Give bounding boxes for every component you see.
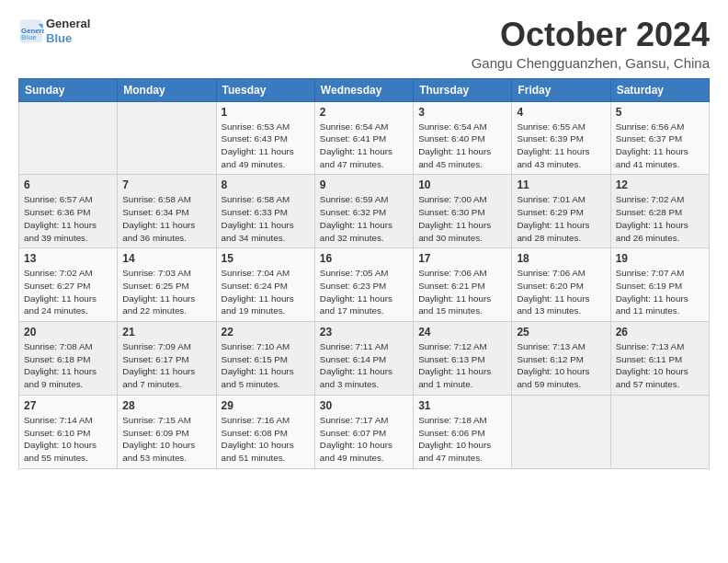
day-of-week-monday: Monday (118, 78, 216, 101)
calendar-cell: 5Sunrise: 6:56 AM Sunset: 6:37 PM Daylig… (610, 101, 709, 175)
calendar-cell: 18Sunrise: 7:06 AM Sunset: 6:20 PM Dayli… (512, 248, 610, 322)
day-number: 22 (222, 326, 310, 339)
day-info: Sunrise: 6:54 AM Sunset: 6:40 PM Dayligh… (418, 121, 506, 171)
calendar-cell (512, 395, 610, 468)
day-info: Sunrise: 6:55 AM Sunset: 6:39 PM Dayligh… (517, 121, 605, 171)
month-title: October 2024 (472, 17, 710, 53)
day-number: 20 (24, 326, 112, 339)
calendar-cell: 28Sunrise: 7:15 AM Sunset: 6:09 PM Dayli… (118, 395, 216, 468)
day-info: Sunrise: 7:18 AM Sunset: 6:06 PM Dayligh… (418, 414, 506, 465)
calendar-cell: 8Sunrise: 6:58 AM Sunset: 6:33 PM Daylig… (216, 175, 314, 248)
logo: General Blue General Blue (18, 17, 90, 45)
calendar-cell: 7Sunrise: 6:58 AM Sunset: 6:34 PM Daylig… (118, 175, 216, 248)
day-number: 16 (320, 252, 408, 265)
calendar-cell: 23Sunrise: 7:11 AM Sunset: 6:14 PM Dayli… (314, 322, 413, 396)
calendar-cell: 20Sunrise: 7:08 AM Sunset: 6:18 PM Dayli… (19, 322, 118, 396)
calendar-cell (118, 101, 216, 175)
day-of-week-saturday: Saturday (610, 78, 709, 101)
day-number: 3 (418, 106, 506, 119)
calendar-cell: 12Sunrise: 7:02 AM Sunset: 6:28 PM Dayli… (610, 175, 709, 248)
day-info: Sunrise: 7:05 AM Sunset: 6:23 PM Dayligh… (320, 267, 408, 317)
day-number: 12 (616, 178, 704, 191)
page: General Blue General Blue October 2024 G… (0, 0, 728, 478)
calendar-cell: 30Sunrise: 7:17 AM Sunset: 6:07 PM Dayli… (314, 395, 413, 468)
day-info: Sunrise: 7:17 AM Sunset: 6:07 PM Dayligh… (320, 414, 408, 465)
day-info: Sunrise: 6:58 AM Sunset: 6:34 PM Dayligh… (122, 193, 210, 244)
day-number: 29 (222, 399, 310, 412)
day-info: Sunrise: 6:57 AM Sunset: 6:36 PM Dayligh… (24, 193, 112, 244)
day-number: 2 (320, 106, 408, 119)
location: Gangu Chengguanzhen, Gansu, China (472, 55, 710, 71)
day-info: Sunrise: 6:59 AM Sunset: 6:32 PM Dayligh… (320, 193, 408, 244)
day-number: 26 (616, 326, 704, 339)
day-number: 25 (517, 326, 605, 339)
day-of-week-wednesday: Wednesday (314, 78, 413, 101)
day-number: 14 (122, 252, 210, 265)
day-info: Sunrise: 7:02 AM Sunset: 6:28 PM Dayligh… (616, 193, 704, 244)
day-info: Sunrise: 7:06 AM Sunset: 6:20 PM Dayligh… (517, 267, 605, 317)
week-row-2: 6Sunrise: 6:57 AM Sunset: 6:36 PM Daylig… (19, 175, 710, 248)
day-info: Sunrise: 7:08 AM Sunset: 6:18 PM Dayligh… (24, 340, 112, 391)
day-number: 18 (517, 252, 605, 265)
day-number: 13 (24, 252, 112, 265)
calendar-cell: 10Sunrise: 7:00 AM Sunset: 6:30 PM Dayli… (414, 175, 512, 248)
day-number: 11 (517, 178, 605, 191)
day-of-week-sunday: Sunday (19, 78, 118, 101)
day-of-week-tuesday: Tuesday (216, 78, 314, 101)
calendar-cell: 27Sunrise: 7:14 AM Sunset: 6:10 PM Dayli… (19, 395, 118, 468)
day-number: 31 (418, 399, 506, 412)
day-number: 19 (616, 252, 704, 265)
day-number: 9 (320, 178, 408, 191)
day-info: Sunrise: 7:13 AM Sunset: 6:11 PM Dayligh… (616, 340, 704, 391)
day-info: Sunrise: 7:00 AM Sunset: 6:30 PM Dayligh… (418, 193, 506, 244)
calendar-cell: 11Sunrise: 7:01 AM Sunset: 6:29 PM Dayli… (512, 175, 610, 248)
day-number: 5 (616, 106, 704, 119)
day-info: Sunrise: 6:54 AM Sunset: 6:41 PM Dayligh… (320, 121, 408, 171)
calendar-cell: 6Sunrise: 6:57 AM Sunset: 6:36 PM Daylig… (19, 175, 118, 248)
day-info: Sunrise: 7:09 AM Sunset: 6:17 PM Dayligh… (122, 340, 210, 391)
week-row-3: 13Sunrise: 7:02 AM Sunset: 6:27 PM Dayli… (19, 248, 710, 322)
calendar-cell: 1Sunrise: 6:53 AM Sunset: 6:43 PM Daylig… (216, 101, 314, 175)
day-info: Sunrise: 7:10 AM Sunset: 6:15 PM Dayligh… (222, 340, 310, 391)
day-number: 10 (418, 178, 506, 191)
calendar-cell: 21Sunrise: 7:09 AM Sunset: 6:17 PM Dayli… (118, 322, 216, 396)
day-number: 24 (418, 326, 506, 339)
day-info: Sunrise: 7:15 AM Sunset: 6:09 PM Dayligh… (122, 414, 210, 465)
calendar-cell: 3Sunrise: 6:54 AM Sunset: 6:40 PM Daylig… (414, 101, 512, 175)
day-number: 17 (418, 252, 506, 265)
calendar-cell: 19Sunrise: 7:07 AM Sunset: 6:19 PM Dayli… (610, 248, 709, 322)
day-info: Sunrise: 7:13 AM Sunset: 6:12 PM Dayligh… (517, 340, 605, 391)
day-info: Sunrise: 7:04 AM Sunset: 6:24 PM Dayligh… (222, 267, 310, 317)
header-row: SundayMondayTuesdayWednesdayThursdayFrid… (19, 78, 710, 101)
calendar-cell: 25Sunrise: 7:13 AM Sunset: 6:12 PM Dayli… (512, 322, 610, 396)
day-info: Sunrise: 7:06 AM Sunset: 6:21 PM Dayligh… (418, 267, 506, 317)
day-number: 7 (122, 178, 210, 191)
day-of-week-thursday: Thursday (414, 78, 512, 101)
day-info: Sunrise: 7:03 AM Sunset: 6:25 PM Dayligh… (122, 267, 210, 317)
week-row-5: 27Sunrise: 7:14 AM Sunset: 6:10 PM Dayli… (19, 395, 710, 468)
calendar-cell: 4Sunrise: 6:55 AM Sunset: 6:39 PM Daylig… (512, 101, 610, 175)
day-info: Sunrise: 7:01 AM Sunset: 6:29 PM Dayligh… (517, 193, 605, 244)
day-info: Sunrise: 7:11 AM Sunset: 6:14 PM Dayligh… (320, 340, 408, 391)
calendar-cell: 31Sunrise: 7:18 AM Sunset: 6:06 PM Dayli… (414, 395, 512, 468)
calendar-cell: 2Sunrise: 6:54 AM Sunset: 6:41 PM Daylig… (314, 101, 413, 175)
logo-text: General Blue (46, 17, 90, 45)
calendar-cell (19, 101, 118, 175)
week-row-4: 20Sunrise: 7:08 AM Sunset: 6:18 PM Dayli… (19, 322, 710, 396)
calendar-header: SundayMondayTuesdayWednesdayThursdayFrid… (19, 78, 710, 101)
calendar-cell: 24Sunrise: 7:12 AM Sunset: 6:13 PM Dayli… (414, 322, 512, 396)
day-info: Sunrise: 7:07 AM Sunset: 6:19 PM Dayligh… (616, 267, 704, 317)
calendar-cell: 29Sunrise: 7:16 AM Sunset: 6:08 PM Dayli… (216, 395, 314, 468)
day-number: 1 (222, 106, 310, 119)
title-block: October 2024 Gangu Chengguanzhen, Gansu,… (472, 17, 710, 71)
day-info: Sunrise: 6:56 AM Sunset: 6:37 PM Dayligh… (616, 121, 704, 171)
day-info: Sunrise: 7:12 AM Sunset: 6:13 PM Dayligh… (418, 340, 506, 391)
calendar-cell: 16Sunrise: 7:05 AM Sunset: 6:23 PM Dayli… (314, 248, 413, 322)
calendar-cell: 9Sunrise: 6:59 AM Sunset: 6:32 PM Daylig… (314, 175, 413, 248)
day-number: 4 (517, 106, 605, 119)
day-info: Sunrise: 6:58 AM Sunset: 6:33 PM Dayligh… (222, 193, 310, 244)
calendar-cell: 17Sunrise: 7:06 AM Sunset: 6:21 PM Dayli… (414, 248, 512, 322)
calendar-cell: 26Sunrise: 7:13 AM Sunset: 6:11 PM Dayli… (610, 322, 709, 396)
week-row-1: 1Sunrise: 6:53 AM Sunset: 6:43 PM Daylig… (19, 101, 710, 175)
day-number: 15 (222, 252, 310, 265)
